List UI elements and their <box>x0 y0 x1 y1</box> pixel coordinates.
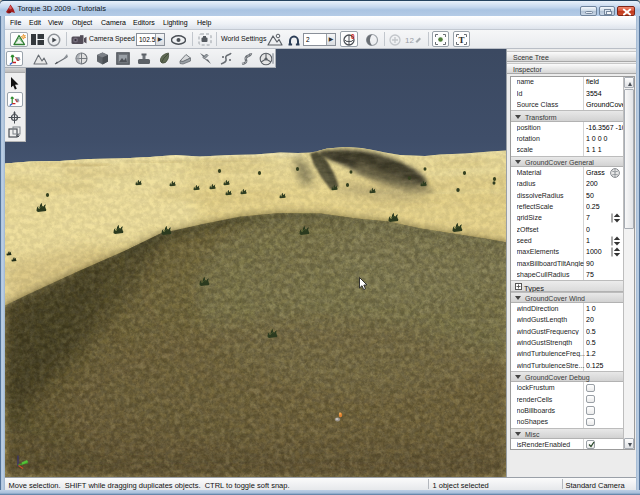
svg-text:0: 0 <box>351 33 355 40</box>
svg-text:T: T <box>459 35 465 45</box>
svg-text:12: 12 <box>405 36 414 45</box>
